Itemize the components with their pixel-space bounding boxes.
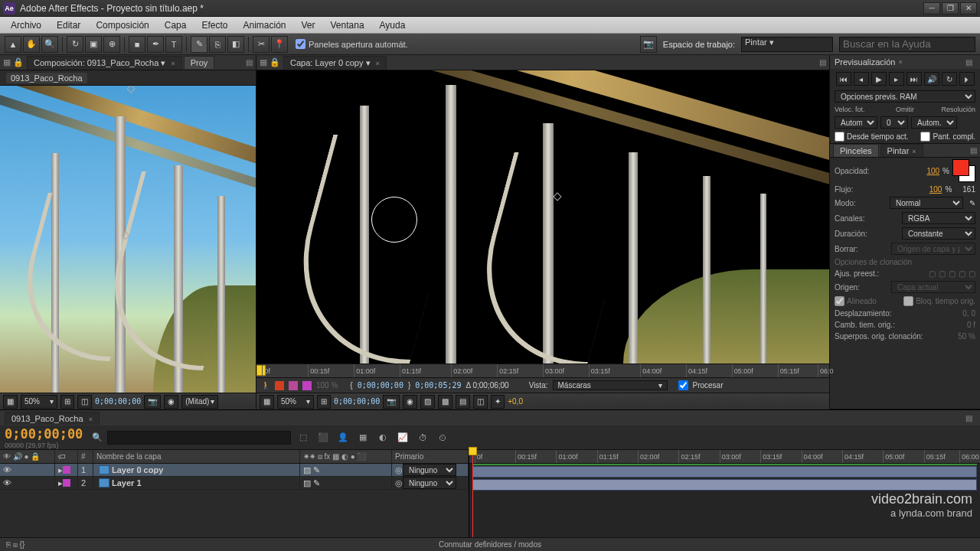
out-timecode[interactable]: 0;00;05;29 bbox=[415, 381, 461, 390]
play-button[interactable]: ▶ bbox=[871, 72, 887, 86]
menu-editar[interactable]: Editar bbox=[49, 18, 88, 32]
fx-icon[interactable]: ✦ bbox=[491, 395, 505, 409]
pen-tool[interactable]: ✒ bbox=[147, 36, 164, 53]
fx-toggle[interactable]: ▨ bbox=[303, 465, 311, 475]
tab-composition[interactable]: Composición: 0913_Paco_Rocha ▾ × bbox=[27, 56, 182, 70]
skip-select[interactable]: 0 bbox=[880, 116, 908, 129]
channel-icon[interactable]: ◉ bbox=[403, 395, 417, 409]
opacity-value[interactable]: 100 bbox=[926, 167, 939, 175]
close-button[interactable]: ✕ bbox=[960, 2, 977, 15]
zoom-select[interactable]: 50%▾ bbox=[21, 395, 57, 409]
mode-select[interactable]: Normal bbox=[890, 197, 963, 209]
close-icon[interactable]: × bbox=[171, 60, 175, 67]
comp-timecode[interactable]: 0;00;00;00 bbox=[95, 397, 141, 406]
close-icon[interactable]: × bbox=[376, 60, 380, 67]
text-tool[interactable]: T bbox=[165, 36, 182, 53]
parent-select[interactable]: Ninguno bbox=[403, 477, 456, 489]
fx-pen-icon[interactable]: ✎ bbox=[313, 465, 320, 475]
layer-row-1[interactable]: 👁 ▸ 1 Layer 0 copy ▨ ✎ ◎ Ninguno bbox=[0, 464, 469, 477]
toggle-icon[interactable]: ⎘ ⊞ {} bbox=[6, 540, 24, 549]
menu-ver[interactable]: Ver bbox=[294, 18, 323, 32]
menu-ayuda[interactable]: Ayuda bbox=[372, 18, 413, 32]
person-icon[interactable]: 🚶 bbox=[261, 381, 270, 390]
parent-select[interactable]: Ninguno bbox=[403, 464, 456, 476]
snapshot-icon[interactable]: 📷 bbox=[144, 395, 161, 409]
tab-layer[interactable]: Capa: Layer 0 copy ▾ × bbox=[283, 56, 387, 70]
timeline-timecode[interactable]: 0;00;00;00 bbox=[5, 426, 83, 442]
panel-menu-icon[interactable]: ▤ bbox=[965, 58, 972, 67]
from-current-checkbox[interactable] bbox=[835, 132, 844, 142]
grid-icon[interactable]: ▦ bbox=[3, 395, 18, 409]
last-frame-button[interactable]: ⏭ bbox=[906, 72, 922, 86]
panel-menu-icon[interactable]: ▤ bbox=[965, 414, 972, 422]
menu-animacion[interactable]: Animación bbox=[235, 18, 293, 32]
composition-viewport[interactable] bbox=[0, 86, 256, 393]
workspace-select[interactable]: Pintar ▾ bbox=[741, 37, 833, 52]
channels-select[interactable]: RGBA bbox=[902, 212, 975, 224]
visibility-toggle[interactable]: 👁 bbox=[3, 465, 11, 474]
pixel-icon[interactable]: ◫ bbox=[473, 395, 488, 409]
fullscreen-checkbox[interactable] bbox=[920, 132, 930, 142]
tab-brushes[interactable]: Pinceles bbox=[833, 144, 879, 157]
eraser-tool[interactable]: ◧ bbox=[227, 36, 244, 53]
graph-icon[interactable]: 📈 bbox=[395, 430, 410, 445]
menu-capa[interactable]: Capa bbox=[157, 18, 194, 32]
eyedropper-icon[interactable]: ✎ bbox=[969, 199, 975, 207]
fg-color-swatch[interactable] bbox=[952, 159, 969, 176]
layer-timecode[interactable]: 0;00;00;00 bbox=[334, 397, 380, 406]
frameblend-icon[interactable]: ▦ bbox=[355, 430, 371, 445]
shy-icon[interactable]: 👤 bbox=[335, 430, 351, 445]
visibility-toggle[interactable]: 👁 bbox=[3, 478, 11, 487]
vista-select[interactable]: Máscaras▾ bbox=[553, 380, 668, 390]
brainstorm-icon[interactable]: ⏱ bbox=[415, 430, 430, 445]
menu-composicion[interactable]: Composición bbox=[88, 18, 156, 32]
timeline-ruler[interactable]: 0f 00:15f 01:00f 01:15f 02:00f 02:15f 03… bbox=[469, 450, 980, 464]
close-icon[interactable]: × bbox=[89, 416, 93, 423]
puppet-tool[interactable]: 📍 bbox=[271, 36, 288, 53]
in-timecode[interactable]: 0;00;00;00 bbox=[358, 381, 403, 390]
selection-tool[interactable]: ▲ bbox=[5, 36, 21, 53]
tab-paint[interactable]: Pintar× bbox=[880, 144, 923, 157]
hand-tool[interactable]: ✋ bbox=[23, 36, 40, 53]
label-color[interactable] bbox=[63, 479, 70, 487]
layer-viewport[interactable] bbox=[256, 70, 829, 364]
shape-tool[interactable]: ■ bbox=[129, 36, 145, 53]
layer-name[interactable]: Layer 0 copy bbox=[112, 465, 163, 474]
prev-frame-button[interactable]: ◂ bbox=[854, 72, 869, 86]
timeline-track-area[interactable]: 0f 00:15f 01:00f 01:15f 02:00f 02:15f 03… bbox=[469, 450, 980, 537]
layer-bar-2[interactable] bbox=[472, 479, 977, 491]
panel-menu-icon[interactable]: ▤ bbox=[246, 58, 253, 67]
audio-button[interactable]: 🔊 bbox=[924, 72, 939, 86]
timeline-cti[interactable] bbox=[472, 450, 473, 537]
toggle-switches-label[interactable]: Conmutar definidores / modos bbox=[439, 540, 541, 549]
work-area-bar[interactable] bbox=[472, 464, 977, 465]
channel-icon[interactable]: ◉ bbox=[164, 395, 178, 409]
autopanels-checkbox[interactable] bbox=[296, 39, 305, 49]
3d-icon[interactable]: ⬛ bbox=[315, 430, 331, 445]
procesar-checkbox[interactable] bbox=[678, 380, 688, 390]
checker-icon[interactable]: ▩ bbox=[438, 395, 452, 409]
help-search-input[interactable] bbox=[839, 37, 975, 52]
label-color[interactable] bbox=[63, 466, 70, 474]
preview-options-select[interactable]: Opciones previs. RAM bbox=[835, 90, 975, 103]
menu-efecto[interactable]: Efecto bbox=[194, 18, 235, 32]
minimize-button[interactable]: ─ bbox=[923, 2, 940, 15]
flow-value[interactable]: 100 bbox=[929, 185, 942, 194]
alpha-icon[interactable]: ▨ bbox=[420, 395, 435, 409]
layer-bar-1[interactable] bbox=[472, 466, 977, 478]
fx-pen-icon[interactable]: ✎ bbox=[313, 478, 320, 488]
menu-archivo[interactable]: Archivo bbox=[3, 18, 49, 32]
camera-tool[interactable]: ▣ bbox=[85, 36, 102, 53]
ram-preview-button[interactable]: ⏵ bbox=[959, 72, 975, 86]
motionblur-icon[interactable]: ◐ bbox=[375, 430, 390, 445]
rotate-tool[interactable]: ↻ bbox=[67, 36, 83, 53]
clone-tool[interactable]: ⎘ bbox=[209, 36, 226, 53]
res-icon[interactable]: ⊞ bbox=[60, 395, 74, 409]
brush-tool[interactable]: ✎ bbox=[191, 36, 207, 53]
tab-project[interactable]: Proy bbox=[184, 56, 215, 69]
duration-select[interactable]: Constante bbox=[902, 227, 975, 240]
panel-menu-icon[interactable]: ▤ bbox=[970, 146, 977, 155]
breadcrumb-item[interactable]: 0913_Paco_Rocha bbox=[6, 73, 87, 83]
offset-value[interactable]: +0,0 bbox=[508, 397, 523, 406]
close-icon[interactable]: × bbox=[912, 148, 916, 155]
